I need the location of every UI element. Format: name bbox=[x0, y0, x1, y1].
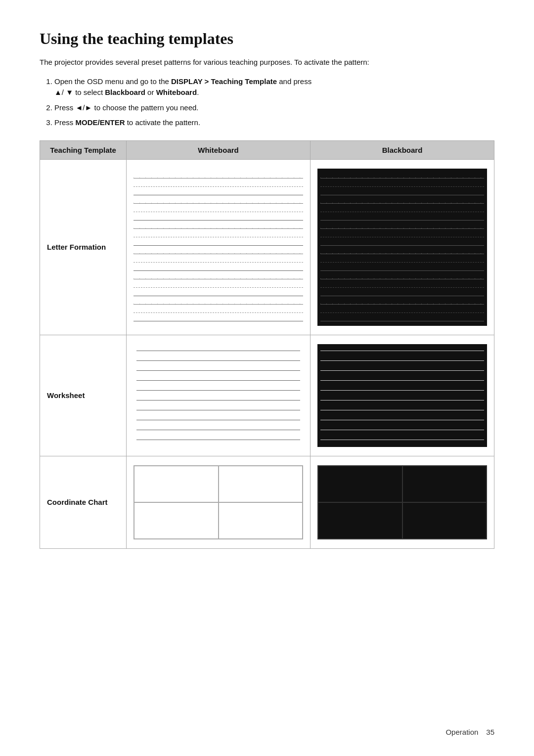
row-worksheet: Worksheet bbox=[40, 335, 494, 456]
coord-cell-bb-bl bbox=[318, 502, 402, 539]
letter-formation-whiteboard-cell bbox=[127, 159, 311, 335]
coord-cell-bb-br bbox=[402, 502, 487, 539]
row-label-letter-formation: Letter Formation bbox=[40, 159, 127, 335]
coordinate-bb-pattern bbox=[317, 465, 487, 539]
coord-cell-bb-tl bbox=[318, 466, 402, 502]
row-label-coordinate-chart: Coordinate Chart bbox=[40, 456, 127, 548]
footer-section: Operation bbox=[445, 728, 478, 736]
steps-list: Open the OSD menu and go to the DISPLAY … bbox=[54, 76, 494, 129]
intro-text: The projector provides several preset pa… bbox=[40, 57, 494, 68]
col-header-blackboard: Blackboard bbox=[311, 140, 494, 159]
worksheet-whiteboard-cell bbox=[127, 335, 311, 456]
row-label-worksheet: Worksheet bbox=[40, 335, 127, 456]
step-2: Press ◄/► to choose the pattern you need… bbox=[54, 102, 494, 114]
row-coordinate-chart: Coordinate Chart bbox=[40, 456, 494, 548]
letter-formation-bb-pattern bbox=[317, 169, 487, 326]
row-letter-formation: Letter Formation bbox=[40, 159, 494, 335]
coordinate-whiteboard-cell bbox=[127, 456, 311, 548]
letter-formation-wb-pattern bbox=[134, 172, 303, 321]
page-footer: Operation 35 bbox=[445, 728, 494, 736]
col-header-whiteboard: Whiteboard bbox=[127, 140, 311, 159]
coord-cell-wb-bl bbox=[134, 502, 218, 539]
coord-cell-wb-tl bbox=[134, 466, 218, 502]
step-1: Open the OSD menu and go to the DISPLAY … bbox=[54, 76, 494, 98]
worksheet-bb-pattern bbox=[317, 344, 487, 447]
worksheet-wb-pattern bbox=[134, 344, 303, 447]
coord-cell-wb-br bbox=[219, 502, 303, 539]
footer-page: 35 bbox=[486, 728, 494, 736]
worksheet-blackboard-cell bbox=[311, 335, 494, 456]
col-header-template: Teaching Template bbox=[40, 140, 127, 159]
step-3: Press MODE/ENTER to activate the pattern… bbox=[54, 117, 494, 129]
coord-cell-wb-tr bbox=[219, 466, 303, 502]
letter-formation-blackboard-cell bbox=[311, 159, 494, 335]
coordinate-wb-pattern bbox=[134, 465, 303, 539]
page-title: Using the teaching templates bbox=[40, 30, 494, 48]
coord-cell-bb-tr bbox=[402, 466, 487, 502]
coordinate-blackboard-cell bbox=[311, 456, 494, 548]
teaching-template-table: Teaching Template Whiteboard Blackboard … bbox=[40, 140, 494, 549]
